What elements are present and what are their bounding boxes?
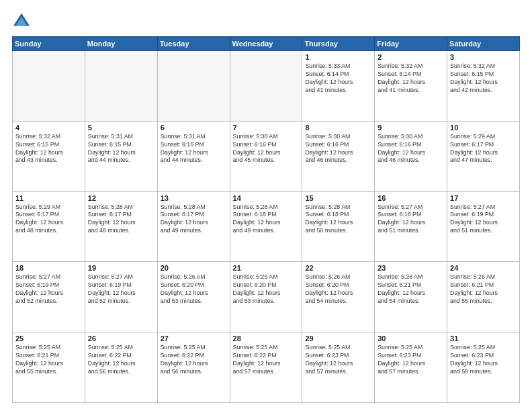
day-cell: 20Sunrise: 5:26 AM Sunset: 6:20 PM Dayli… [157,262,230,332]
day-info: Sunrise: 5:29 AM Sunset: 6:17 PM Dayligh… [15,203,82,236]
col-header-sunday: Sunday [13,37,85,51]
day-cell: 4Sunrise: 5:32 AM Sunset: 6:15 PM Daylig… [13,121,85,191]
day-cell [13,51,85,122]
day-info: Sunrise: 5:30 AM Sunset: 6:16 PM Dayligh… [378,133,444,165]
day-cell: 8Sunrise: 5:30 AM Sunset: 6:16 PM Daylig… [302,121,375,191]
day-info: Sunrise: 5:28 AM Sunset: 6:17 PM Dayligh… [88,203,154,236]
day-info: Sunrise: 5:25 AM Sunset: 6:22 PM Dayligh… [88,344,154,376]
logo-icon [12,12,31,31]
day-cell: 2Sunrise: 5:32 AM Sunset: 6:14 PM Daylig… [375,51,447,122]
day-number: 6 [161,124,227,132]
day-cell: 25Sunrise: 5:25 AM Sunset: 6:21 PM Dayli… [13,332,85,403]
day-info: Sunrise: 5:25 AM Sunset: 6:22 PM Dayligh… [161,344,227,376]
day-info: Sunrise: 5:32 AM Sunset: 6:14 PM Dayligh… [378,62,444,95]
day-number: 21 [233,264,300,272]
day-cell: 7Sunrise: 5:30 AM Sunset: 6:16 PM Daylig… [230,121,302,191]
day-number: 30 [378,334,444,342]
day-number: 20 [161,264,227,272]
day-cell: 12Sunrise: 5:28 AM Sunset: 6:17 PM Dayli… [85,191,157,262]
day-cell: 9Sunrise: 5:30 AM Sunset: 6:16 PM Daylig… [375,121,447,191]
day-info: Sunrise: 5:27 AM Sunset: 6:19 PM Dayligh… [450,203,517,236]
day-number: 25 [15,334,82,342]
col-header-saturday: Saturday [447,37,520,51]
day-number: 3 [450,53,517,61]
day-cell: 28Sunrise: 5:25 AM Sunset: 6:22 PM Dayli… [230,332,302,403]
calendar-table: SundayMondayTuesdayWednesdayThursdayFrid… [12,36,520,403]
day-number: 5 [88,124,154,132]
week-row-1: 1Sunrise: 5:33 AM Sunset: 6:14 PM Daylig… [13,51,520,122]
day-info: Sunrise: 5:26 AM Sunset: 6:21 PM Dayligh… [450,273,517,306]
day-cell: 15Sunrise: 5:28 AM Sunset: 6:18 PM Dayli… [302,191,375,262]
day-number: 19 [88,264,154,272]
day-cell: 29Sunrise: 5:25 AM Sunset: 6:23 PM Dayli… [302,332,375,403]
day-cell: 5Sunrise: 5:31 AM Sunset: 6:15 PM Daylig… [85,121,157,191]
col-header-thursday: Thursday [302,37,375,51]
day-info: Sunrise: 5:30 AM Sunset: 6:16 PM Dayligh… [233,133,300,165]
day-info: Sunrise: 5:25 AM Sunset: 6:23 PM Dayligh… [378,344,444,376]
day-info: Sunrise: 5:25 AM Sunset: 6:22 PM Dayligh… [233,344,300,376]
day-cell: 17Sunrise: 5:27 AM Sunset: 6:19 PM Dayli… [447,191,520,262]
day-info: Sunrise: 5:28 AM Sunset: 6:18 PM Dayligh… [305,203,371,236]
day-cell: 13Sunrise: 5:28 AM Sunset: 6:17 PM Dayli… [157,191,230,262]
day-cell: 27Sunrise: 5:25 AM Sunset: 6:22 PM Dayli… [157,332,230,403]
day-number: 24 [450,264,517,272]
day-info: Sunrise: 5:31 AM Sunset: 6:15 PM Dayligh… [161,133,227,165]
day-cell: 18Sunrise: 5:27 AM Sunset: 6:19 PM Dayli… [13,262,85,332]
day-info: Sunrise: 5:25 AM Sunset: 6:23 PM Dayligh… [450,344,517,376]
day-number: 27 [161,334,227,342]
week-row-3: 11Sunrise: 5:29 AM Sunset: 6:17 PM Dayli… [13,191,520,262]
col-header-tuesday: Tuesday [157,37,230,51]
day-info: Sunrise: 5:29 AM Sunset: 6:17 PM Dayligh… [450,133,517,165]
day-cell: 10Sunrise: 5:29 AM Sunset: 6:17 PM Dayli… [447,121,520,191]
header-row: SundayMondayTuesdayWednesdayThursdayFrid… [13,37,520,51]
day-cell: 30Sunrise: 5:25 AM Sunset: 6:23 PM Dayli… [375,332,447,403]
day-number: 7 [233,124,300,132]
day-cell [157,51,230,122]
day-info: Sunrise: 5:33 AM Sunset: 6:14 PM Dayligh… [305,62,371,95]
day-info: Sunrise: 5:27 AM Sunset: 6:19 PM Dayligh… [88,273,154,306]
day-cell: 22Sunrise: 5:26 AM Sunset: 6:20 PM Dayli… [302,262,375,332]
day-info: Sunrise: 5:30 AM Sunset: 6:16 PM Dayligh… [305,133,371,165]
day-cell: 16Sunrise: 5:27 AM Sunset: 6:18 PM Dayli… [375,191,447,262]
day-number: 9 [378,124,444,132]
day-cell: 24Sunrise: 5:26 AM Sunset: 6:21 PM Dayli… [447,262,520,332]
logo [12,12,34,31]
day-number: 4 [15,124,82,132]
day-number: 13 [161,194,227,202]
day-cell: 14Sunrise: 5:28 AM Sunset: 6:18 PM Dayli… [230,191,302,262]
day-info: Sunrise: 5:31 AM Sunset: 6:15 PM Dayligh… [88,133,154,165]
day-number: 31 [450,334,517,342]
day-number: 11 [15,194,82,202]
col-header-friday: Friday [375,37,447,51]
day-number: 10 [450,124,517,132]
day-info: Sunrise: 5:27 AM Sunset: 6:18 PM Dayligh… [378,203,444,236]
day-number: 22 [305,264,371,272]
day-cell: 21Sunrise: 5:26 AM Sunset: 6:20 PM Dayli… [230,262,302,332]
week-row-2: 4Sunrise: 5:32 AM Sunset: 6:15 PM Daylig… [13,121,520,191]
header [12,12,520,31]
day-number: 14 [233,194,300,202]
day-number: 28 [233,334,300,342]
day-info: Sunrise: 5:26 AM Sunset: 6:20 PM Dayligh… [305,273,371,306]
day-cell: 3Sunrise: 5:32 AM Sunset: 6:15 PM Daylig… [447,51,520,122]
day-cell: 19Sunrise: 5:27 AM Sunset: 6:19 PM Dayli… [85,262,157,332]
day-number: 15 [305,194,371,202]
week-row-5: 25Sunrise: 5:25 AM Sunset: 6:21 PM Dayli… [13,332,520,403]
day-cell: 11Sunrise: 5:29 AM Sunset: 6:17 PM Dayli… [13,191,85,262]
day-cell [85,51,157,122]
day-number: 12 [88,194,154,202]
day-info: Sunrise: 5:32 AM Sunset: 6:15 PM Dayligh… [450,62,517,95]
day-number: 29 [305,334,371,342]
day-info: Sunrise: 5:28 AM Sunset: 6:17 PM Dayligh… [161,203,227,236]
day-cell: 26Sunrise: 5:25 AM Sunset: 6:22 PM Dayli… [85,332,157,403]
page: SundayMondayTuesdayWednesdayThursdayFrid… [0,0,532,411]
day-number: 17 [450,194,517,202]
week-row-4: 18Sunrise: 5:27 AM Sunset: 6:19 PM Dayli… [13,262,520,332]
day-number: 23 [378,264,444,272]
day-info: Sunrise: 5:27 AM Sunset: 6:19 PM Dayligh… [15,273,82,306]
day-info: Sunrise: 5:25 AM Sunset: 6:21 PM Dayligh… [15,344,82,376]
day-number: 26 [88,334,154,342]
day-info: Sunrise: 5:26 AM Sunset: 6:20 PM Dayligh… [233,273,300,306]
day-cell: 1Sunrise: 5:33 AM Sunset: 6:14 PM Daylig… [302,51,375,122]
day-cell: 6Sunrise: 5:31 AM Sunset: 6:15 PM Daylig… [157,121,230,191]
